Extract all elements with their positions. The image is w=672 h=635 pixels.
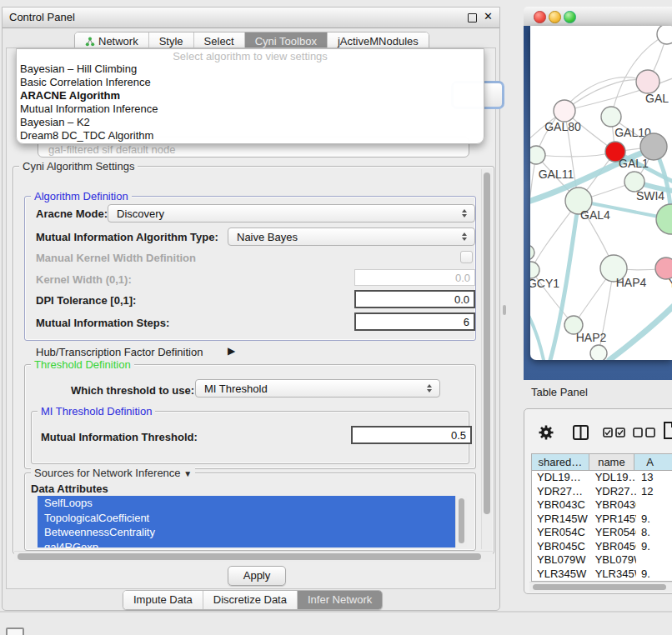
desktop: { "control_panel": { "title": "Control P… [0,0,672,635]
node-label: GAL [645,92,669,105]
combo-value: MI Threshold [196,382,423,395]
table-row[interactable]: YDR27…YDR27…12 [532,485,672,499]
table-cell: YER054C [532,526,590,540]
combo-value: Discovery [108,208,458,220]
control-panel-window: Control Panel ✕ Network Style Select Cyn… [2,7,500,611]
table-row[interactable]: YBL079WYBL079W [532,553,672,568]
which-threshold-combo[interactable]: MI Threshold [195,379,440,398]
attribute-list-item[interactable]: SelfLoops [38,496,455,511]
table-cell: YBR043C [532,498,590,512]
collapse-arrow-icon: ▼ [183,469,192,478]
float-window-icon[interactable] [468,13,477,22]
tab-discretize-data[interactable]: Discretize Data [203,591,298,609]
settings-hscrollbar-thumb[interactable] [18,553,481,560]
manual-kernel-width-checkbox[interactable] [460,251,473,263]
node-label: SWI4 [636,189,664,202]
kernel-width-field[interactable]: 0.0 [354,269,475,286]
mi-threshold-field[interactable]: 0.5 [351,426,472,444]
network-node[interactable] [590,345,607,360]
popup-prompt: Select algorithm to view settings [17,50,484,62]
settings-hscrollbar-track[interactable] [14,551,493,562]
network-window-frame: GALGAL80GAL10GAL1GAL11SWI4GAL4GCY1HAP4YH… [524,26,672,380]
zoom-traffic-light-button[interactable] [564,11,576,23]
table-cell: YDL19… [532,471,590,485]
table-cell: YER054C [590,526,636,540]
network-node[interactable] [657,26,672,44]
group-title: Threshold Definition [31,358,134,371]
table-row[interactable]: YBR043CYBR043C [532,498,672,512]
expand-arrow-icon[interactable]: ▶ [228,345,235,357]
tab-impute-data[interactable]: Impute Data [123,591,203,609]
algorithm-option[interactable]: Bayesian – Hill Climbing [17,62,484,76]
table-row[interactable]: YLR345WYLR345W9. [532,568,672,582]
sources-toggle[interactable]: Sources for Network Inference ▼ [31,467,195,479]
minimized-panel-icon[interactable] [6,628,24,635]
aracne-mode-combo[interactable]: Discovery [108,204,475,222]
table-hscrollbar-track[interactable] [529,582,672,592]
network-node-gal11[interactable] [530,146,545,164]
table-cell: YBR045C [590,540,636,554]
network-edge-highlighted [530,309,544,360]
algorithm-option[interactable]: ARACNE Algorithm [17,89,484,102]
tab-label: Infer Network [308,591,372,609]
table-body: YDL19…YDL19…13YDR27…YDR27…12YBR043CYBR04… [532,471,672,582]
settings-scrollbar-track[interactable] [481,169,493,549]
table-row[interactable]: YPR145WYPR145W9. [532,512,672,527]
attributes-scrollbar-thumb[interactable] [459,498,464,543]
table-row[interactable]: YBR045CYBR045C9. [532,540,672,554]
network-edge [536,152,615,157]
mi-steps-field[interactable]: 6 [354,312,475,331]
network-node-gcy1[interactable] [530,262,539,278]
control-panel-titlebar[interactable]: Control Panel ✕ [3,8,499,28]
attribute-list-item[interactable]: BetweennessCentrality [38,525,455,540]
minimize-traffic-light-button[interactable] [549,11,561,23]
network-window-titlebar[interactable] [524,7,672,27]
column-header-name[interactable]: name [589,454,634,470]
network-canvas[interactable]: GALGAL80GAL10GAL1GAL11SWI4GAL4GCY1HAP4YH… [530,26,672,360]
table-cell [636,553,672,568]
attribute-list-item[interactable]: gal4RGexp [38,540,455,548]
select-all-checked-icon[interactable] [603,428,626,438]
algorithm-option[interactable]: Bayesian – K2 [17,116,484,129]
stepper-arrows-icon [458,209,471,218]
attribute-list-item[interactable]: TopologicalCoefficient [38,511,455,526]
close-traffic-light-button[interactable] [534,11,546,23]
column-layout-icon[interactable] [573,425,589,440]
splitter-handle[interactable] [503,305,506,315]
algorithm-option[interactable]: Basic Correlation Inference [17,76,484,89]
algorithm-option[interactable]: Mutual Information Inference [17,102,484,116]
apply-button[interactable]: Apply [228,566,286,586]
algorithm-option[interactable]: Dream8 DC_TDC Algorithm [17,129,484,142]
network-node[interactable] [656,204,672,234]
data-attributes-list[interactable]: SelfLoopsTopologicalCoefficientBetweenne… [38,496,466,548]
table-cell: YBR043C [590,498,636,512]
node-label: GAL4 [580,208,610,222]
settings-scrollbar-thumb[interactable] [484,172,490,514]
network-node-gal80[interactable] [554,100,575,122]
tab-infer-network[interactable]: Infer Network [298,591,382,609]
select-none-icon[interactable] [633,428,656,438]
close-icon[interactable]: ✕ [484,10,493,22]
mi-algorithm-type-combo[interactable]: Naive Bayes [228,228,475,246]
node-label: GAL1 [619,157,649,170]
dpi-tolerance-field[interactable]: 0.0 [354,290,475,308]
node-attribute-table[interactable]: shared… name A YDL19…YDL19…13YDR27…YDR27… [531,453,672,582]
network-node[interactable] [640,133,667,160]
network-node-gal[interactable] [636,70,659,93]
network-node[interactable] [530,245,534,260]
kernel-width-label: Kernel Width (0,1): [36,273,132,286]
stepper-arrows-icon [458,232,471,241]
column-header-partial[interactable]: A [634,454,672,470]
settings-gear-icon[interactable] [538,424,554,441]
panel-divider [0,611,672,612]
table-row[interactable]: YER054CYER054C8. [532,526,672,540]
attributes-scrollbar-track[interactable] [455,496,467,548]
table-row[interactable]: YDL19…YDL19…13 [532,471,672,485]
column-header-shared-name[interactable]: shared… [532,454,589,470]
network-node-gal10[interactable] [601,107,621,127]
which-threshold-label: Which threshold to use: [71,384,194,397]
table-hscrollbar-thumb[interactable] [533,584,666,590]
document-icon[interactable] [664,422,672,439]
node-label: GAL80 [544,120,581,133]
hub-tf-definition-toggle[interactable]: Hub/Transcription Factor Definition [36,346,203,358]
